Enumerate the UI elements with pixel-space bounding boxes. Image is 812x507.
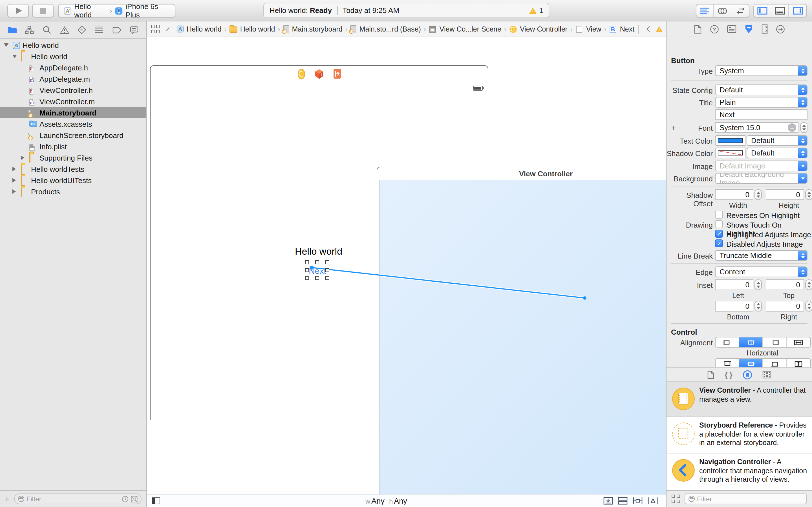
tree-row[interactable]: Hello worldTests (0, 163, 146, 175)
shadow-color-well[interactable] (715, 148, 746, 158)
tree-row[interactable]: m ViewController.m (0, 96, 146, 107)
code-snippet-library-tab[interactable]: { } (725, 371, 732, 379)
reverses-on-highlight-checkbox[interactable] (715, 211, 723, 219)
grid-view-icon[interactable] (672, 495, 680, 503)
selection-handle[interactable] (325, 268, 329, 272)
align-h-fill-segment[interactable] (786, 337, 810, 347)
inset-top-field[interactable]: 0 (766, 279, 804, 290)
tree-row[interactable]: Hello world (0, 51, 146, 62)
warning-icon[interactable] (529, 7, 537, 14)
file-template-library-tab[interactable] (707, 371, 714, 379)
view-controller-dock-icon[interactable] (297, 68, 305, 79)
file-inspector-tab[interactable] (694, 24, 702, 34)
inset-top-stepper[interactable] (805, 279, 812, 290)
selection-handle[interactable] (325, 276, 329, 280)
toggle-utilities-button[interactable] (789, 4, 806, 17)
media-library-tab[interactable] (762, 371, 771, 379)
edge-popup[interactable]: Content (715, 267, 808, 277)
type-popup[interactable]: System (715, 65, 808, 76)
storyboard-canvas[interactable]: 1 View Controller Hello world Next (147, 37, 666, 507)
report-navigator-tab[interactable] (129, 25, 139, 35)
issue-navigator-tab[interactable] (59, 25, 69, 35)
tree-row[interactable]: Hello worldUITests (0, 175, 146, 186)
identity-inspector-tab[interactable] (727, 25, 737, 33)
jumpbar-segment[interactable]: ↻ Main.storyboard (283, 25, 342, 33)
attributes-inspector-tab-selected[interactable] (744, 24, 753, 34)
horizontal-alignment-control[interactable] (715, 337, 811, 348)
standard-editor-button[interactable] (696, 4, 714, 17)
disclosure-open-icon[interactable] (12, 55, 17, 58)
exit-icon[interactable] (333, 69, 341, 79)
tree-row[interactable]: h ViewController.h (0, 84, 146, 96)
jumpbar-segment[interactable]: A Hello world (176, 25, 221, 33)
disclosure-closed-icon[interactable] (12, 167, 16, 171)
library-item-storyboard-reference[interactable]: Storyboard Reference - Provides a placeh… (666, 417, 812, 453)
test-navigator-tab[interactable] (77, 25, 87, 35)
text-color-well[interactable] (715, 135, 746, 146)
selection-handle[interactable] (305, 260, 309, 264)
selection-handle[interactable] (325, 260, 329, 264)
tree-row[interactable]: Info.plist (0, 141, 146, 152)
background-combo[interactable]: Default Background Image (715, 173, 808, 184)
tree-row[interactable]: m AppDelegate.m (0, 73, 146, 84)
shows-touch-checkbox[interactable] (715, 220, 723, 228)
disclosure-closed-icon[interactable] (12, 178, 16, 182)
add-button[interactable]: + (4, 494, 10, 504)
scheme-selector[interactable]: A Hello world › iPhone 6s Plus (58, 4, 175, 17)
disclosure-closed-icon[interactable] (21, 156, 24, 160)
activity-viewer[interactable]: Hello world: Ready Today at 9:25 AM 1 (263, 3, 549, 18)
scene-title[interactable]: View Controller (377, 167, 666, 180)
font-field[interactable]: System 15.0 (715, 122, 799, 133)
tree-row[interactable]: A Hello world (0, 40, 146, 51)
inset-left-stepper[interactable] (755, 279, 762, 290)
first-responder-icon[interactable]: 1 (314, 68, 324, 79)
tree-row[interactable]: Supporting Files (0, 152, 146, 163)
jumpbar-segment[interactable]: View Controller (509, 25, 567, 33)
size-class-control[interactable]: w Any h Any (365, 497, 410, 505)
inset-right-field[interactable]: 0 (766, 301, 804, 312)
line-break-popup[interactable]: Truncate Middle (715, 250, 808, 261)
jumpbar-segment[interactable]: Hello world (230, 25, 275, 33)
debug-navigator-tab[interactable] (94, 25, 104, 35)
highlighted-adjusts-checkbox[interactable] (715, 230, 723, 238)
inset-right-stepper[interactable] (805, 301, 812, 312)
text-color-popup[interactable]: Default (747, 135, 808, 146)
button-title-field[interactable]: Next (715, 109, 808, 120)
previous-issue-button[interactable] (647, 26, 652, 32)
warning-icon[interactable] (656, 25, 664, 33)
selection-handle[interactable] (305, 276, 309, 280)
title-style-popup[interactable]: Plain (715, 97, 808, 108)
object-library-tab-selected[interactable] (743, 370, 752, 379)
shadow-width-stepper[interactable] (755, 189, 762, 200)
selection-handle[interactable] (315, 260, 319, 264)
toggle-navigator-button[interactable] (754, 4, 771, 17)
align-v-fill-segment[interactable] (786, 359, 810, 367)
size-inspector-tab[interactable] (761, 24, 768, 34)
breakpoint-navigator-tab[interactable] (112, 25, 122, 35)
symbol-navigator-tab[interactable] (24, 25, 35, 35)
scene-second-view-controller[interactable]: View Controller (377, 167, 666, 495)
inset-left-field[interactable]: 0 (715, 279, 753, 290)
library-item-navigation-controller[interactable]: Navigation Controller - A controller tha… (666, 453, 812, 490)
align-v-bottom-segment[interactable] (763, 359, 786, 367)
vertical-alignment-control[interactable] (715, 358, 811, 367)
resolve-autolayout-icon[interactable] (648, 497, 658, 505)
align-v-center-segment[interactable] (739, 359, 763, 367)
related-items-icon[interactable] (151, 25, 160, 33)
jumpbar-segment[interactable]: View (575, 25, 601, 33)
tree-row[interactable]: Products (0, 186, 146, 197)
selection-handle[interactable] (315, 276, 319, 280)
font-size-stepper[interactable] (800, 122, 808, 133)
disabled-adjusts-checkbox[interactable] (715, 239, 723, 247)
font-picker-button[interactable] (788, 123, 796, 132)
align-h-left-segment[interactable] (716, 337, 739, 347)
update-frames-icon[interactable] (603, 497, 613, 505)
stack-embed-icon[interactable] (618, 497, 627, 505)
scm-status-icon[interactable] (131, 496, 138, 502)
shadow-height-field[interactable]: 0 (766, 189, 804, 200)
jumpbar-segment[interactable]: View Co...ler Scene (429, 25, 501, 33)
disclosure-closed-icon[interactable] (12, 189, 16, 194)
navigator-filter-field[interactable]: Filter (14, 494, 142, 504)
inset-bottom-field[interactable]: 0 (715, 301, 753, 312)
align-h-right-segment[interactable] (763, 337, 786, 347)
